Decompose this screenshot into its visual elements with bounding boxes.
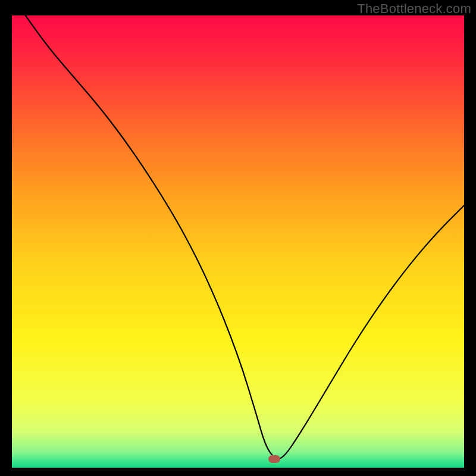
plot-area <box>12 15 464 468</box>
optimum-marker-icon <box>268 455 280 463</box>
watermark-text: TheBottleneck.com <box>357 1 471 17</box>
chart-frame: TheBottleneck.com <box>0 0 476 476</box>
bottleneck-chart <box>12 15 464 468</box>
